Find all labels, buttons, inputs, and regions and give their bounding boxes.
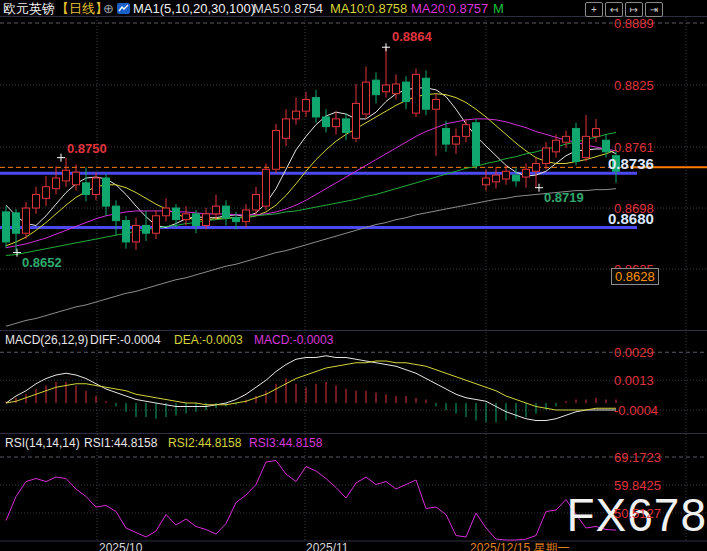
candle-body [273,131,280,170]
trading-app: 欧元英镑 【日线】 ⊕ MA1(5,10,20,30,100) MA5:0.87… [0,0,707,551]
candle-body [213,206,220,214]
candle-body [303,100,310,112]
date-label-current: 2025/12/15 星期一 [470,542,569,551]
chart-canvas[interactable] [0,0,707,551]
macd-dea-value: DEA:-0.0003 [174,333,243,347]
candle-body [333,119,340,127]
candle-body [223,206,230,218]
candle-body [283,119,290,138]
candle-body [493,175,500,182]
candle-body [463,125,470,137]
candle-body [153,216,160,233]
ma30-value-truncated: M [493,1,504,16]
candle-body [453,136,460,144]
candle-body [3,212,10,242]
header-bar: 欧元英镑 【日线】 ⊕ MA1(5,10,20,30,100) MA5:0.87… [0,0,707,17]
swing-price-label: 0.8719 [544,191,584,205]
ma-params-label: MA1(5,10,20,30,100) [133,1,255,16]
candle-body [543,148,550,164]
rsi-params-label: RSI(14,14,14) [5,436,80,450]
candle-body [143,225,150,233]
swing-price-label: 0.8652 [22,256,62,270]
macd-axis-label: 0.0029 [614,345,654,360]
price-axis-label: 0.8761 [614,140,654,155]
candle-body [503,171,510,179]
candle-body [603,140,610,152]
candle-body [523,169,530,177]
candle-body [593,129,600,137]
price-axis-label: 0.8825 [614,78,654,93]
candle-body [233,218,240,222]
zoom-out-x-icon[interactable]: ↦ [625,2,643,17]
candle-body [383,85,390,92]
candle-body [53,178,60,189]
swing-price-label: 0.8864 [392,30,432,44]
ma10-value: MA10:0.8758 [330,1,407,16]
candle-body [443,129,450,145]
rsi2-value: RSI2:44.8158 [168,436,241,450]
candle-body [133,225,140,241]
candle-body [293,111,300,119]
macd-header: MACD(26,12,9) DIFF:-0.0004 DEA:-0.0003 M… [0,333,640,347]
candle-body [253,194,260,210]
candle-body [203,214,210,226]
rsi-header: RSI(14,14,14) RSI1:44.8158 RSI2:44.8158 … [0,436,640,450]
candle-body [323,117,330,127]
candle-body [113,206,120,221]
candle-body [353,103,360,138]
candle-body [433,100,440,110]
candle-body [83,183,90,195]
candle-body [183,214,190,220]
candle-body [43,187,50,199]
macd-diff-value: DIFF:-0.0004 [90,333,161,347]
macd-params-label: MACD(26,12,9) [5,333,88,347]
candle-body [533,163,540,171]
rsi-axis-label: 59.8425 [614,478,661,493]
macd-axis-label: -0.0004 [614,403,658,418]
candle-body [373,80,380,95]
macd-axis-label: 0.0013 [614,373,654,388]
date-label: 2025/11 [306,542,349,551]
candle-body [163,208,170,216]
candle-body [313,98,320,117]
candle-body [573,129,580,162]
candle-body [33,194,40,208]
candle-body [173,208,180,220]
candle-body [553,140,560,152]
candle-body [13,213,20,233]
period-label[interactable]: 【日线】 [56,1,108,16]
date-axis: 2025/10 2025/11 2025/12/15 星期一 [0,541,707,551]
instrument-title: 欧元英镑 [3,1,55,16]
candle-body [123,221,130,242]
candle-body [243,210,250,222]
rsi1-value: RSI1:44.8158 [84,436,157,450]
swing-price-label: 0.8750 [67,142,107,156]
ma5-value: MA5:0.8754 [253,1,323,16]
candle-body [103,178,110,206]
candle-body [63,170,70,181]
candle-body [93,178,100,194]
rsi-axis-label: 50.5127 [614,506,661,521]
candle-body [513,175,520,181]
add-indicator-icon[interactable]: ⊕ [103,1,114,16]
candle-body [473,123,480,166]
rsi-axis-label: 69.1723 [614,450,661,465]
candle-body [193,214,200,226]
candle-body [403,82,410,101]
candle-body [583,136,590,157]
chart-badge-icon [117,2,130,18]
date-label: 2025/10 [99,542,142,551]
candle-body [413,74,420,113]
rsi3-value: RSI3:44.8158 [249,436,322,450]
price-axis-label: 0.8889 [614,16,654,31]
zoom-in-x-icon[interactable]: ↤ [605,2,623,17]
candle-body [73,172,80,185]
candle-body [423,78,430,109]
line-price-tag: 0.8680 [608,211,654,227]
candle-body [263,169,270,206]
jump-latest-icon[interactable]: ⇥ [645,2,663,17]
macd-macd-value: MACD:-0.0003 [254,333,333,347]
candle-body [23,208,30,233]
pan-icon[interactable]: + [585,2,603,17]
candle-body [343,119,350,133]
